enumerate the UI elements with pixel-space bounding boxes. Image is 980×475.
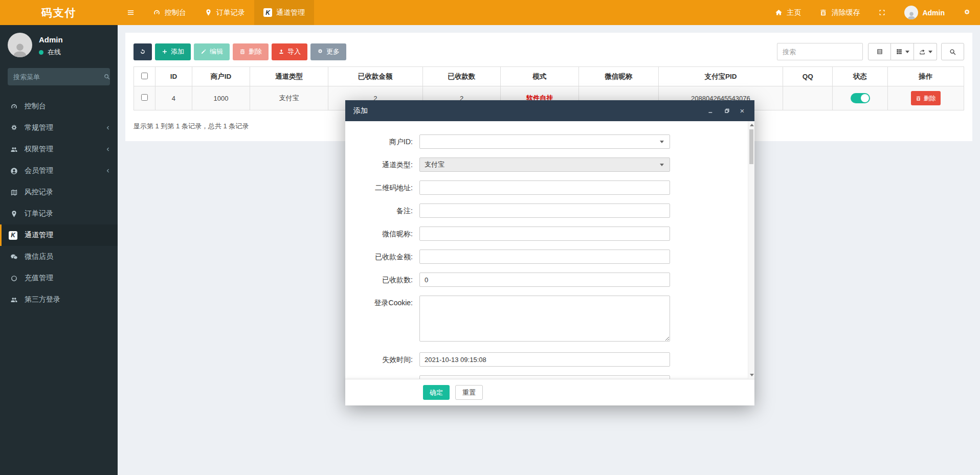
columns-button[interactable] (891, 43, 914, 60)
table-list-icon (876, 48, 883, 55)
topnav-label: 订单记录 (216, 8, 245, 17)
home-icon (775, 9, 783, 16)
dialog-body: 商户ID: 通道类型: 支付宝 二维码地址: 备注: (345, 121, 754, 379)
sidebar-item-dashboard[interactable]: 控制台 (0, 96, 118, 117)
user-icon (906, 11, 917, 19)
topnav-channel-management[interactable]: K 通道管理 (254, 0, 314, 25)
expire-time-input[interactable] (419, 352, 670, 367)
sidebar-item-permission-management[interactable]: 权限管理 (0, 139, 118, 160)
more-button[interactable]: 更多 (310, 43, 346, 60)
received-count-input[interactable] (419, 273, 670, 287)
import-button[interactable]: 导入 (272, 43, 307, 60)
user-circle-icon (9, 167, 19, 175)
wechat-icon (9, 253, 19, 261)
add-dialog: 添加 × 商户ID: 通道类型: 支付宝 (345, 100, 754, 405)
export-button[interactable] (914, 43, 937, 60)
grid-icon (896, 48, 903, 55)
row-checkbox[interactable] (141, 94, 148, 101)
clear-cache-link[interactable]: 清除缓存 (810, 8, 869, 17)
sidebar-search-input[interactable] (13, 73, 103, 81)
sidebar-user-name: Admin (39, 35, 63, 44)
sidebar-item-recharge-management[interactable]: 充值管理 (0, 267, 118, 289)
channel-icon: K (9, 231, 17, 240)
topnav-dashboard[interactable]: 控制台 (144, 0, 195, 25)
export-icon (919, 48, 926, 55)
sidebar-item-label: 订单记录 (25, 209, 53, 218)
login-cookie-textarea[interactable] (419, 296, 670, 342)
dialog-scrollbar[interactable] (748, 121, 754, 379)
delete-button[interactable]: 删除 (233, 43, 269, 60)
refresh-button[interactable] (133, 43, 152, 60)
add-button[interactable]: 添加 (155, 43, 191, 60)
received-amount-input[interactable] (419, 250, 670, 264)
topnav-label: 通道管理 (276, 8, 305, 17)
gear-icon (9, 124, 19, 132)
sidebar-toggle-button[interactable] (118, 0, 144, 25)
online-dot-icon (39, 50, 43, 55)
dialog-header[interactable]: 添加 × (345, 100, 754, 121)
sidebar-item-channel-management[interactable]: K 通道管理 (0, 224, 118, 246)
row-delete-button[interactable]: 删除 (911, 91, 941, 105)
dialog-controls: × (706, 107, 746, 115)
sidebar-item-member-management[interactable]: 会员管理 (0, 160, 118, 182)
map-icon (9, 189, 19, 196)
col-alipay-pid: 支付宝PID (658, 67, 783, 86)
search-icon (103, 73, 110, 80)
cell-id: 4 (155, 86, 192, 110)
sidebar-item-label: 通道管理 (25, 231, 53, 240)
sidebar-item-label: 控制台 (25, 102, 46, 111)
topnav-order-records[interactable]: 订单记录 (195, 0, 254, 25)
gauge-icon (153, 9, 161, 16)
table-toolbar: 添加 编辑 删除 导入 更多 (125, 33, 972, 66)
caret-down-icon (928, 51, 932, 55)
remark-input[interactable] (419, 203, 670, 218)
close-icon[interactable]: × (738, 107, 746, 115)
minimize-icon[interactable] (706, 107, 715, 115)
brand-logo: 码支付 (0, 0, 118, 25)
avatar (8, 33, 32, 57)
qrcode-url-input[interactable] (419, 180, 670, 195)
channel-type-select[interactable]: 支付宝 (419, 157, 670, 172)
status-toggle[interactable] (851, 93, 870, 103)
sidebar-item-third-party-login[interactable]: 第三方登录 (0, 289, 118, 310)
table-search-input[interactable] (777, 43, 863, 60)
expand-icon (878, 9, 886, 16)
settings-button[interactable] (954, 9, 980, 16)
confirm-button[interactable]: 确定 (423, 385, 450, 400)
reset-button[interactable]: 重置 (455, 385, 483, 400)
cell-channel-type: 支付宝 (250, 86, 328, 110)
field-label: 备注: (345, 203, 419, 218)
sidebar-item-order-records[interactable]: 订单记录 (0, 203, 118, 224)
edit-button[interactable]: 编辑 (194, 43, 230, 60)
form-row-clipped (345, 375, 754, 379)
clear-cache-label: 清除缓存 (831, 8, 860, 17)
scroll-up-icon[interactable] (748, 121, 755, 128)
sidebar-item-label: 充值管理 (25, 274, 53, 283)
col-mode: 模式 (501, 67, 579, 86)
fullscreen-button[interactable] (869, 9, 895, 16)
scrollbar-thumb[interactable] (749, 129, 753, 164)
sidebar-item-wechat-clerk[interactable]: 微信店员 (0, 246, 118, 267)
form-row-expire-time: 失效时间: (345, 352, 754, 367)
field-label: 已收款数: (345, 273, 419, 287)
field-label: 失效时间: (345, 352, 419, 367)
scroll-down-icon[interactable] (748, 372, 755, 379)
home-link[interactable]: 主页 (766, 8, 810, 17)
merchant-id-select[interactable] (419, 134, 670, 149)
dialog-footer: 确定 重置 (345, 379, 754, 405)
restore-icon[interactable] (722, 107, 730, 115)
table-header-row: ID 商户ID 通道类型 已收款金额 已收款数 模式 微信昵称 支付宝PID Q… (134, 67, 964, 86)
bars-icon (127, 9, 135, 16)
sidebar-item-general-management[interactable]: 常规管理 (0, 117, 118, 139)
sidebar-item-label: 权限管理 (25, 145, 53, 154)
sidebar-item-risk-records[interactable]: 风控记录 (0, 182, 118, 203)
search-button[interactable] (941, 43, 964, 60)
wechat-nick-input[interactable] (419, 227, 670, 241)
user-menu[interactable]: Admin (895, 6, 954, 19)
sidebar-user-status: 在线 (39, 48, 63, 57)
select-all-checkbox[interactable] (141, 73, 148, 79)
col-actions: 操作 (887, 67, 964, 86)
chevron-left-icon (105, 125, 111, 131)
toggle-view-button[interactable] (868, 43, 891, 60)
clipped-input[interactable] (419, 375, 670, 379)
